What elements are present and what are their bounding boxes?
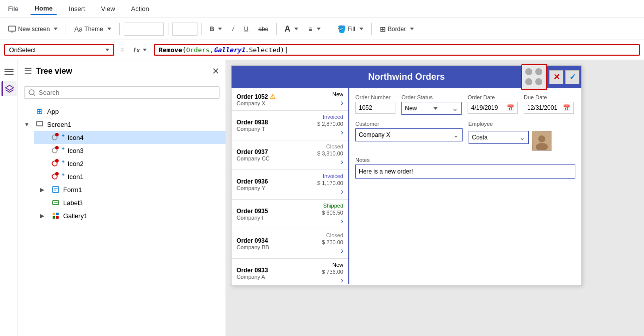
search-box[interactable] bbox=[24, 86, 220, 99]
strikethrough-button[interactable]: abc bbox=[254, 24, 272, 35]
delete-icon-cluster[interactable] bbox=[521, 64, 547, 90]
notes-input[interactable]: Here is a new order! bbox=[355, 164, 575, 179]
formula-input[interactable]: Remove( Orders, Gallery1.Selected )| bbox=[154, 44, 640, 56]
new-screen-button[interactable]: New screen bbox=[4, 23, 62, 35]
x-icon: ✕ bbox=[553, 72, 560, 82]
order-status-input[interactable]: New ⌄ bbox=[401, 102, 462, 115]
order-item-0937[interactable]: Order 0937 Company CC Closed $ 3,810.00 … bbox=[232, 140, 348, 170]
bold-button[interactable]: B bbox=[206, 24, 227, 35]
order-number-input[interactable]: 1052 bbox=[355, 102, 395, 114]
cluster-dot-1 bbox=[525, 68, 532, 75]
tree-item-icon1[interactable]: + Icon1 bbox=[34, 170, 226, 183]
size-select[interactable] bbox=[172, 23, 197, 36]
formula-dot: . bbox=[245, 46, 249, 54]
menu-home[interactable]: Home bbox=[31, 3, 57, 15]
order-item-0934[interactable]: Order 0934 Company BB Closed $ 230.00 › bbox=[232, 229, 348, 259]
field-order-status: Order Status New ⌄ bbox=[401, 94, 462, 115]
tree-item-app[interactable]: ⊞ App bbox=[18, 105, 226, 118]
menu-file[interactable]: File bbox=[4, 3, 23, 15]
order-left-0934: Order 0934 Company BB bbox=[237, 237, 269, 250]
tree-item-form1[interactable]: ▶ Form1 bbox=[34, 183, 226, 196]
fx-button[interactable]: fx bbox=[130, 45, 149, 55]
order-date-calendar-icon[interactable]: 📅 bbox=[507, 104, 514, 111]
property-selector[interactable]: OnSelect bbox=[4, 44, 114, 56]
gallery-icon bbox=[51, 211, 60, 220]
font-color-button[interactable]: A bbox=[281, 23, 303, 36]
employee-input[interactable]: Costa ⌄ bbox=[469, 131, 529, 144]
svg-rect-4 bbox=[5, 71, 14, 72]
hamburger-icon[interactable] bbox=[2, 64, 17, 79]
order-item-1052[interactable]: Order 1052 ⚠ Company X New › bbox=[232, 88, 348, 111]
customer-value: Company X bbox=[359, 131, 390, 138]
form-icon bbox=[51, 185, 60, 194]
field-notes: Notes Here is a new order! bbox=[355, 157, 575, 179]
align-button[interactable]: ≡ bbox=[304, 23, 324, 35]
order-right-0937: Closed $ 3,810.00 › bbox=[317, 143, 343, 166]
expand-form1[interactable]: ▶ bbox=[40, 187, 48, 193]
order-item-0933[interactable]: Order 0933 Company A New $ 736.00 › bbox=[232, 259, 348, 284]
canvas: Northwind Orders ✕ ✓ bbox=[226, 60, 644, 336]
tree-item-icon4[interactable]: + Icon4 bbox=[34, 131, 226, 144]
order-date-label: Order Date bbox=[468, 94, 518, 100]
svg-rect-0 bbox=[9, 26, 16, 31]
formula-paren-close: )| bbox=[280, 46, 288, 54]
tree-label-form1: Form1 bbox=[63, 186, 220, 194]
italic-label: / bbox=[232, 26, 234, 33]
italic-button[interactable]: / bbox=[228, 24, 238, 35]
menu-view[interactable]: View bbox=[97, 3, 119, 15]
cancel-icon-button[interactable]: ✕ bbox=[549, 70, 563, 84]
customer-input[interactable]: Company X ⌄ bbox=[355, 128, 463, 141]
order-number-label: Order Number bbox=[355, 94, 395, 100]
font-color-dropdown-icon bbox=[294, 28, 298, 30]
search-input[interactable] bbox=[39, 89, 215, 96]
due-date-input[interactable]: 12/31/2001 📅 bbox=[524, 102, 574, 114]
theme-button[interactable]: Aa Theme bbox=[70, 23, 115, 35]
app-header-icons: ✕ ✓ bbox=[521, 66, 581, 88]
app-body: Order 1052 ⚠ Company X New › Order 0938 … bbox=[232, 88, 581, 284]
tree-item-icon3[interactable]: + Icon3 bbox=[34, 144, 226, 157]
order-amount-0936: $ 1,170.00 bbox=[317, 180, 343, 186]
order-chevron-1052: › bbox=[341, 98, 343, 107]
order-num-1052: Order 1052 ⚠ bbox=[237, 93, 276, 100]
notes-label: Notes bbox=[355, 157, 575, 163]
tree-item-label3[interactable]: Label3 bbox=[34, 196, 226, 209]
order-number-value: 1052 bbox=[359, 104, 372, 111]
order-item-0936[interactable]: Order 0936 Company Y Invoiced $ 1,170.00… bbox=[232, 170, 348, 200]
orders-list: Order 1052 ⚠ Company X New › Order 0938 … bbox=[232, 88, 349, 284]
expand-gallery1[interactable]: ▶ bbox=[40, 213, 48, 219]
tree-item-gallery1[interactable]: ▶ Gallery1 bbox=[34, 209, 226, 222]
fill-button[interactable]: 🪣 Fill bbox=[333, 23, 367, 35]
order-date-input[interactable]: 4/19/2019 📅 bbox=[468, 102, 518, 114]
order-amount-0938: $ 2,870.00 bbox=[317, 121, 343, 127]
menu-insert[interactable]: Insert bbox=[65, 3, 89, 15]
icon3-overlay: + bbox=[51, 146, 65, 155]
cluster-dot-4 bbox=[535, 78, 542, 85]
order-num-0934: Order 0934 bbox=[237, 237, 269, 244]
sidebar-close-icon[interactable]: ✕ bbox=[212, 66, 220, 77]
order-item-0935[interactable]: Order 0935 Company I Shipped $ 606.50 › bbox=[232, 200, 348, 229]
svg-rect-19 bbox=[53, 213, 55, 215]
order-item-0938[interactable]: Order 0938 Company T Invoiced $ 2,870.00… bbox=[232, 111, 348, 140]
fx-dropdown-icon bbox=[143, 49, 147, 51]
layers-icon[interactable] bbox=[2, 81, 17, 96]
font-select[interactable] bbox=[124, 23, 164, 36]
underline-button[interactable]: U bbox=[240, 24, 253, 35]
svg-rect-14 bbox=[53, 187, 59, 193]
due-date-calendar-icon[interactable]: 📅 bbox=[563, 104, 570, 111]
detail-row-2: Customer Company X ⌄ Employee Costa bbox=[355, 121, 575, 151]
tree-item-screen1[interactable]: ▼ Screen1 bbox=[18, 118, 226, 131]
confirm-icon-button[interactable]: ✓ bbox=[565, 70, 579, 84]
menu-action[interactable]: Action bbox=[127, 3, 153, 15]
property-name: OnSelect bbox=[9, 46, 36, 54]
sidebar-hamburger-icon[interactable]: ☰ bbox=[24, 66, 32, 77]
border-button[interactable]: ⊞ Border bbox=[376, 23, 418, 35]
svg-rect-20 bbox=[56, 213, 59, 215]
employee-avatar-svg bbox=[533, 132, 551, 150]
new-screen-label: New screen bbox=[18, 26, 50, 33]
formula-bar: OnSelect = fx Remove( Orders, Gallery1.S… bbox=[0, 40, 644, 60]
order-left-1052: Order 1052 ⚠ Company X bbox=[237, 93, 276, 106]
order-company-0938: Company T bbox=[237, 126, 268, 132]
expand-screen1[interactable]: ▼ bbox=[24, 121, 32, 127]
tree-item-icon2[interactable]: + Icon2 bbox=[34, 157, 226, 170]
order-chevron-0933: › bbox=[341, 276, 343, 284]
